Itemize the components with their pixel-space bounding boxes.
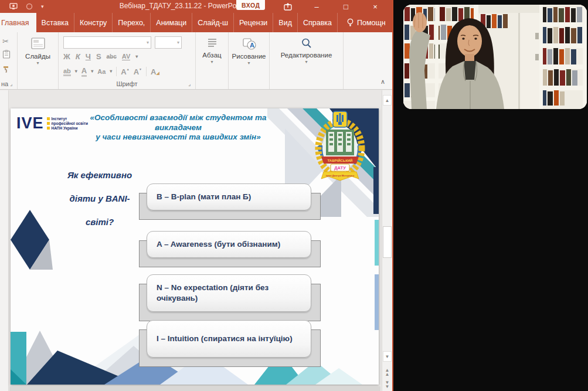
edge-stripe-teal — [375, 220, 379, 266]
assistant-button[interactable]: Помощн — [341, 13, 391, 32]
login-button[interactable]: ВХОД — [236, 0, 265, 10]
collapse-ribbon-icon[interactable]: ∧ — [380, 78, 385, 86]
quick-access-toolbar: ▾ — [9, 0, 44, 13]
bani-box-text: A – Awareness (бути обізнаним) — [147, 231, 311, 258]
presentation-icon[interactable] — [9, 3, 18, 10]
paragraph-button[interactable]: Абзац ▾ — [196, 37, 228, 64]
webcam-video[interactable] — [403, 5, 587, 109]
scrollbar-thumb[interactable] — [383, 226, 392, 258]
clear-formatting-button[interactable]: A◢ — [151, 67, 159, 76]
vertical-scrollbar[interactable]: ▲ ▼ ▲▲ ▼▼ — [382, 90, 392, 391]
font-name-combo[interactable]: ▾ — [63, 36, 151, 49]
format-painter-icon[interactable] — [2, 65, 10, 73]
bani-box-text: I – Intuition (спиратися на інтуїцію) — [147, 320, 311, 358]
underline-button[interactable]: Ч — [86, 52, 91, 61]
bold-button[interactable]: Ж — [63, 52, 70, 61]
bani-item-i[interactable]: I – Intuition (спиратися на інтуїцію) — [147, 320, 311, 358]
question-line: Як ефективно — [53, 164, 147, 187]
logo-line: НАПН України — [52, 126, 78, 130]
arrow-down-icon: ▼ — [385, 355, 390, 359]
font-color-button[interactable]: A — [81, 66, 87, 77]
scroll-down-button[interactable]: ▼ — [383, 351, 392, 362]
arrow-up-icon: ▲ — [385, 98, 390, 103]
bani-item-n[interactable]: N – No expectation (діяти без очікувань) — [147, 274, 311, 312]
align-text-icon — [206, 37, 219, 50]
font-dialog-launcher-icon[interactable]: ⌟ — [188, 81, 193, 87]
chevron-down-icon: ▾ — [210, 60, 213, 64]
clipboard-dialog-launcher-icon[interactable]: ⌟ — [10, 81, 15, 87]
maximize-button[interactable]: □ — [338, 0, 354, 13]
tab-transitions[interactable]: Перехо, — [113, 13, 151, 32]
chevron-down-icon: ▾ — [75, 70, 77, 73]
minimize-button[interactable]: – — [309, 0, 324, 13]
powerpoint-window: ▾ Вебінар_ТДАТУ_23.11.22 - PowerPoint ВХ… — [0, 0, 393, 391]
bani-item-b[interactable]: B – B-plan (мати план Б) — [147, 183, 311, 210]
highlight-button[interactable]: ab — [63, 67, 71, 76]
edge-stripe-blue — [375, 274, 379, 330]
logo-line: Інститут — [52, 117, 67, 121]
editing-button[interactable]: Редактирование ▾ — [270, 37, 343, 64]
drawing-button[interactable]: A Рисование ▾ — [229, 37, 269, 65]
tab-animations[interactable]: Анимаци — [151, 13, 192, 32]
bullet-icon — [47, 122, 50, 125]
close-button[interactable]: × — [368, 0, 383, 13]
chevron-down-icon: ▾ — [91, 70, 93, 73]
tab-view[interactable]: Вид — [273, 13, 298, 32]
customize-quick-access-icon[interactable]: ▾ — [41, 5, 44, 8]
share-window-icon[interactable] — [280, 0, 295, 13]
chevron-down-icon: ▾ — [36, 62, 39, 65]
text-shadow-button[interactable]: S — [96, 52, 101, 61]
tab-help[interactable]: Справка — [298, 13, 338, 32]
change-case-button[interactable]: Aa — [97, 68, 106, 75]
slides-label: Слайды — [25, 53, 50, 60]
divider — [116, 67, 117, 76]
bullet-icon — [47, 117, 50, 120]
university-emblem: ТАВРІЙСЬКИЙ ДАТУ імені Дмитра Моторного — [313, 111, 367, 182]
ribbon-spacer: ∧ — [344, 32, 392, 89]
paste-icon[interactable] — [2, 50, 11, 59]
slide-title[interactable]: «Особливості взаємодії між студентом та … — [80, 113, 277, 142]
character-spacing-button[interactable]: AV — [122, 53, 130, 60]
previous-slide-button[interactable]: ▲▲ — [383, 367, 392, 378]
slide-canvas[interactable]: IVE Інститут професійної освіти НАПН Укр… — [11, 108, 379, 385]
chevron-down-icon: ▾ — [135, 55, 138, 59]
assistant-label: Помощн — [357, 19, 386, 27]
conference-screen: ▾ Вебінар_ТДАТУ_23.11.22 - PowerPoint ВХ… — [0, 0, 588, 391]
bullet-icon — [47, 127, 50, 130]
bani-item-a[interactable]: A – Awareness (бути обізнаним) — [147, 231, 311, 258]
editing-label: Редактирование — [281, 52, 332, 59]
next-slide-button[interactable]: ▼▼ — [383, 379, 392, 390]
divider — [146, 67, 147, 76]
emblem-text-tavriiskyi: ТАВРІЙСЬКИЙ — [328, 158, 353, 162]
workspace-bottom-strip — [9, 386, 380, 391]
new-slide-button[interactable]: Слайды ▾ — [18, 37, 58, 65]
grow-font-button[interactable]: A▲ — [121, 67, 129, 76]
tab-insert[interactable]: Вставка — [36, 13, 74, 32]
tab-review[interactable]: Рецензи — [234, 13, 273, 32]
scroll-up-button[interactable]: ▲ — [383, 95, 392, 106]
ribbon-tab-row: Главная Вставка Констру Перехо, Анимаци … — [0, 13, 392, 32]
chevron-down-icon: ▾ — [305, 60, 307, 64]
undo-icon[interactable] — [26, 3, 33, 10]
title-line: викладачем — [80, 123, 277, 133]
ribbon: ✂ на ⌟ Слайды ▾ ▾ ▾ Ж К Ч — [0, 32, 392, 90]
chevron-down-icon: ▾ — [147, 40, 149, 45]
tab-home[interactable]: Главная — [0, 13, 36, 32]
drawing-group: A Рисование ▾ — [229, 32, 270, 89]
font-group-label: Шрифт — [59, 80, 195, 87]
chevron-down-icon: ▾ — [247, 62, 250, 65]
italic-button[interactable]: К — [76, 52, 80, 61]
emblem-text-motornyi: імені Дмитра Моторного — [326, 174, 355, 177]
shrink-font-button[interactable]: A▼ — [134, 67, 142, 76]
strikethrough-button[interactable]: abc — [107, 53, 117, 60]
tab-design[interactable]: Констру — [74, 13, 113, 32]
cut-icon[interactable]: ✂ — [2, 37, 9, 46]
question-textbox[interactable]: Як ефективно діяти у BANI- світі? — [53, 164, 147, 234]
font-size-combo[interactable]: ▾ — [155, 36, 182, 49]
clipboard-group: ✂ на ⌟ — [0, 32, 18, 89]
tab-slideshow[interactable]: Слайд-ш — [192, 13, 234, 32]
slide-thumbnail-panel[interactable] — [0, 90, 9, 391]
title-line: у часи невизначеності та швидких змін» — [80, 132, 277, 142]
lightbulb-icon — [346, 18, 354, 27]
face — [457, 25, 482, 57]
